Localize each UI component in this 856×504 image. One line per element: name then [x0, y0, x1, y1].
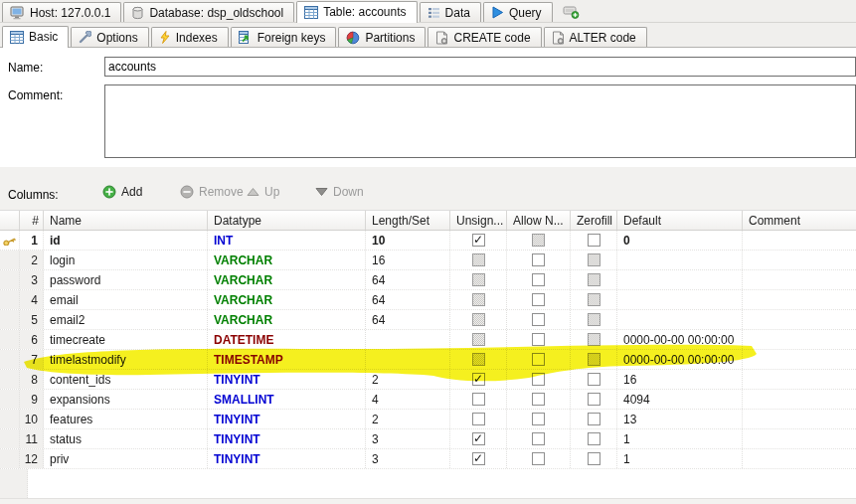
- remove-column-button[interactable]: Remove: [180, 185, 244, 199]
- length-set-cell[interactable]: 4: [366, 390, 450, 409]
- comment-cell[interactable]: [743, 410, 856, 428]
- allow-null-checkbox[interactable]: [532, 353, 545, 366]
- zerofill-checkbox[interactable]: [588, 293, 600, 306]
- table-row[interactable]: 7timelastmodifyTIMESTAMP0000-00-00 00:00…: [0, 350, 856, 370]
- unsigned-checkbox[interactable]: [472, 293, 485, 306]
- comment-cell[interactable]: [743, 251, 856, 269]
- row-gutter[interactable]: [0, 449, 20, 468]
- default-cell[interactable]: [617, 270, 743, 289]
- tab-host[interactable]: Host: 127.0.0.1: [2, 2, 121, 22]
- datatype-cell[interactable]: SMALLINT: [208, 390, 366, 409]
- length-set-cell[interactable]: 3: [366, 429, 450, 448]
- allow-null-checkbox[interactable]: [532, 393, 545, 406]
- unsigned-checkbox[interactable]: [472, 234, 485, 247]
- move-up-button[interactable]: Up: [247, 185, 279, 199]
- length-set-cell[interactable]: 3: [366, 449, 450, 468]
- column-name-cell[interactable]: content_ids: [44, 370, 208, 389]
- new-connection-icon[interactable]: [559, 2, 584, 22]
- length-set-cell[interactable]: 10: [366, 231, 450, 250]
- datatype-cell[interactable]: TIMESTAMP: [208, 350, 366, 369]
- header-datatype[interactable]: Datatype: [208, 211, 366, 230]
- tab-partitions[interactable]: Partitions: [338, 27, 426, 47]
- datatype-cell[interactable]: TINYINT: [208, 370, 366, 389]
- add-column-button[interactable]: Add: [102, 185, 142, 199]
- header-name[interactable]: Name: [44, 211, 208, 230]
- default-cell[interactable]: 0000-00-00 00:00:00: [617, 350, 743, 369]
- unsigned-checkbox[interactable]: [472, 393, 485, 406]
- datatype-cell[interactable]: VARCHAR: [208, 310, 366, 329]
- comment-cell[interactable]: [743, 270, 856, 289]
- unsigned-checkbox[interactable]: [472, 413, 485, 425]
- row-gutter[interactable]: [0, 429, 20, 448]
- zerofill-checkbox[interactable]: [588, 273, 600, 286]
- allow-null-checkbox[interactable]: [532, 333, 545, 346]
- header-default[interactable]: Default: [617, 211, 743, 230]
- length-set-cell[interactable]: 2: [366, 410, 450, 428]
- length-set-cell[interactable]: 64: [366, 310, 450, 329]
- tab-indexes[interactable]: Indexes: [151, 27, 229, 47]
- table-row[interactable]: 9expansionsSMALLINT44094: [0, 390, 856, 410]
- default-cell[interactable]: 0: [617, 231, 743, 250]
- allow-null-checkbox[interactable]: [532, 313, 545, 326]
- zerofill-checkbox[interactable]: [588, 432, 600, 445]
- default-cell[interactable]: [617, 310, 743, 329]
- header-allow-null[interactable]: Allow N...: [507, 211, 571, 230]
- zerofill-checkbox[interactable]: [588, 313, 600, 326]
- allow-null-checkbox[interactable]: [532, 413, 545, 425]
- datatype-cell[interactable]: TINYINT: [208, 429, 366, 448]
- column-name-cell[interactable]: timecreate: [44, 330, 208, 349]
- move-down-button[interactable]: Down: [315, 185, 364, 199]
- table-row[interactable]: 11statusTINYINT31: [0, 429, 856, 449]
- tab-alter-code[interactable]: ALTER code: [544, 27, 647, 47]
- zerofill-checkbox[interactable]: [588, 333, 600, 346]
- default-cell[interactable]: 1: [617, 429, 743, 448]
- column-name-cell[interactable]: expansions: [44, 390, 208, 409]
- tab-database[interactable]: Database: dsp_oldschool: [123, 2, 294, 22]
- allow-null-checkbox[interactable]: [532, 253, 545, 266]
- zerofill-checkbox[interactable]: [588, 234, 600, 247]
- column-name-cell[interactable]: id: [44, 231, 208, 250]
- allow-null-checkbox[interactable]: [532, 273, 545, 286]
- datatype-cell[interactable]: VARCHAR: [208, 251, 366, 269]
- comment-cell[interactable]: [743, 231, 856, 250]
- tab-table[interactable]: Table: accounts: [296, 1, 417, 23]
- allow-null-checkbox[interactable]: [532, 432, 545, 445]
- zerofill-checkbox[interactable]: [588, 353, 600, 366]
- tab-create-code[interactable]: CREATE code: [428, 27, 541, 47]
- tab-options[interactable]: Options: [71, 27, 148, 47]
- comment-cell[interactable]: [743, 429, 856, 448]
- row-gutter[interactable]: [0, 231, 20, 250]
- column-name-cell[interactable]: timelastmodify: [44, 350, 208, 369]
- table-row[interactable]: 12privTINYINT31: [0, 449, 856, 469]
- header-comment[interactable]: Comment: [743, 211, 856, 230]
- column-name-cell[interactable]: status: [44, 429, 208, 448]
- table-row[interactable]: 3passwordVARCHAR64: [0, 270, 856, 290]
- row-gutter[interactable]: [0, 390, 20, 409]
- default-cell[interactable]: [617, 251, 743, 269]
- table-row[interactable]: 1idINT100: [0, 231, 856, 251]
- column-name-cell[interactable]: password: [44, 270, 208, 289]
- row-gutter[interactable]: [0, 310, 20, 329]
- allow-null-checkbox[interactable]: [532, 373, 545, 386]
- table-row[interactable]: 10featuresTINYINT213: [0, 410, 856, 429]
- default-cell[interactable]: 1: [617, 449, 743, 468]
- column-name-cell[interactable]: email: [44, 290, 208, 309]
- column-name-cell[interactable]: login: [44, 251, 208, 269]
- table-row[interactable]: 2loginVARCHAR16: [0, 251, 856, 270]
- unsigned-checkbox[interactable]: [472, 432, 485, 445]
- unsigned-checkbox[interactable]: [472, 452, 485, 465]
- row-gutter[interactable]: [0, 410, 20, 428]
- comment-cell[interactable]: [743, 330, 856, 349]
- tab-foreign-keys[interactable]: Foreign keys: [231, 27, 337, 47]
- row-gutter[interactable]: [0, 330, 20, 349]
- comment-cell[interactable]: [743, 350, 856, 369]
- comment-cell[interactable]: [743, 290, 856, 309]
- tab-query[interactable]: Query: [483, 2, 553, 22]
- length-set-cell[interactable]: 2: [366, 370, 450, 389]
- zerofill-checkbox[interactable]: [588, 373, 600, 386]
- column-name-cell[interactable]: priv: [44, 449, 208, 468]
- allow-null-checkbox[interactable]: [532, 452, 545, 465]
- datatype-cell[interactable]: TINYINT: [208, 410, 366, 428]
- table-row[interactable]: 8content_idsTINYINT216: [0, 370, 856, 390]
- allow-null-checkbox[interactable]: [532, 293, 545, 306]
